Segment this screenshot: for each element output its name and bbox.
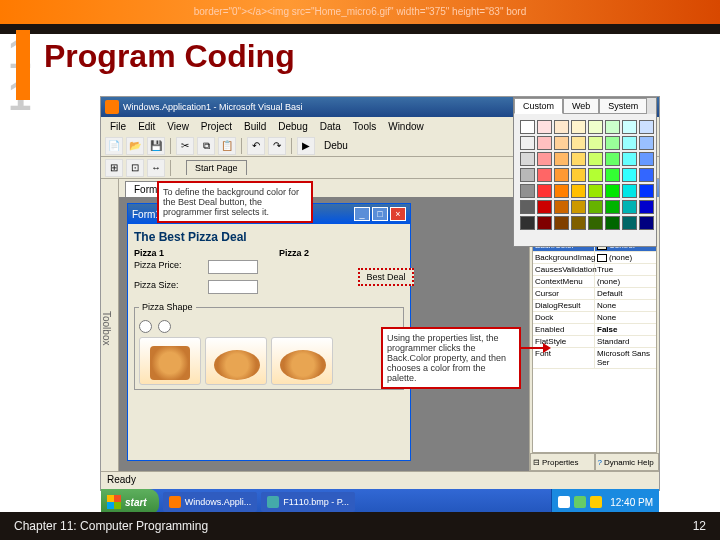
color-swatch[interactable]: [571, 216, 586, 230]
color-swatch[interactable]: [554, 184, 569, 198]
color-swatch[interactable]: [588, 184, 603, 198]
color-swatch[interactable]: [554, 152, 569, 166]
menu-build[interactable]: Build: [239, 120, 271, 133]
menu-data[interactable]: Data: [315, 120, 346, 133]
paste-button[interactable]: 📋: [218, 137, 236, 155]
open-button[interactable]: 📂: [126, 137, 144, 155]
color-swatch[interactable]: [588, 152, 603, 166]
color-swatch[interactable]: [639, 152, 654, 166]
color-swatch[interactable]: [605, 120, 620, 134]
menu-window[interactable]: Window: [383, 120, 429, 133]
color-swatch[interactable]: [588, 136, 603, 150]
property-row[interactable]: DockNone: [533, 312, 656, 324]
menu-file[interactable]: File: [105, 120, 131, 133]
color-swatch[interactable]: [639, 216, 654, 230]
best-deal-button[interactable]: Best Deal: [358, 268, 414, 286]
color-swatch[interactable]: [537, 200, 552, 214]
color-swatch[interactable]: [622, 200, 637, 214]
new-project-button[interactable]: 📄: [105, 137, 123, 155]
color-swatch[interactable]: [622, 168, 637, 182]
color-swatch[interactable]: [588, 168, 603, 182]
color-swatch[interactable]: [622, 184, 637, 198]
property-row[interactable]: ContextMenu(none): [533, 276, 656, 288]
color-swatch[interactable]: [537, 136, 552, 150]
color-swatch[interactable]: [622, 216, 637, 230]
color-swatch[interactable]: [605, 136, 620, 150]
color-swatch[interactable]: [605, 216, 620, 230]
color-swatch[interactable]: [520, 216, 535, 230]
price1-input[interactable]: [208, 260, 258, 274]
save-button[interactable]: 💾: [147, 137, 165, 155]
color-swatch[interactable]: [571, 136, 586, 150]
taskbar-item-paint[interactable]: F1110.bmp - P...: [261, 492, 355, 512]
color-tab-custom[interactable]: Custom: [514, 98, 563, 114]
align-button[interactable]: ⊞: [105, 159, 123, 177]
color-swatch[interactable]: [537, 168, 552, 182]
form-body[interactable]: The Best Pizza Deal Pizza 1 Pizza 2 Pizz…: [128, 224, 410, 460]
tray-icon-1[interactable]: [558, 496, 570, 508]
color-swatch[interactable]: [639, 168, 654, 182]
square-radio[interactable]: [158, 320, 171, 333]
color-swatch[interactable]: [639, 120, 654, 134]
start-page-tab[interactable]: Start Page: [186, 160, 247, 175]
round-radio[interactable]: [139, 320, 152, 333]
color-swatch[interactable]: [639, 136, 654, 150]
form-minimize-button[interactable]: _: [354, 207, 370, 221]
tray-icon-2[interactable]: [574, 496, 586, 508]
color-swatch[interactable]: [520, 200, 535, 214]
color-swatch[interactable]: [520, 152, 535, 166]
color-swatch[interactable]: [571, 152, 586, 166]
color-swatch[interactable]: [554, 200, 569, 214]
property-row[interactable]: FontMicrosoft Sans Ser: [533, 348, 656, 369]
color-swatch[interactable]: [605, 184, 620, 198]
undo-button[interactable]: ↶: [247, 137, 265, 155]
menu-view[interactable]: View: [162, 120, 194, 133]
color-swatch[interactable]: [605, 152, 620, 166]
color-swatch[interactable]: [520, 120, 535, 134]
menu-edit[interactable]: Edit: [133, 120, 160, 133]
color-swatch[interactable]: [639, 184, 654, 198]
property-row[interactable]: EnabledFalse: [533, 324, 656, 336]
color-swatch[interactable]: [520, 136, 535, 150]
menu-debug[interactable]: Debug: [273, 120, 312, 133]
form-maximize-button[interactable]: □: [372, 207, 388, 221]
color-swatch[interactable]: [605, 200, 620, 214]
color-swatch[interactable]: [537, 120, 552, 134]
properties-tab[interactable]: ⊟Properties: [530, 453, 595, 471]
color-swatch[interactable]: [588, 120, 603, 134]
color-swatch[interactable]: [639, 200, 654, 214]
toolbox-tab[interactable]: Toolbox: [101, 179, 119, 471]
color-tab-system[interactable]: System: [599, 98, 647, 114]
color-swatch[interactable]: [605, 168, 620, 182]
menu-tools[interactable]: Tools: [348, 120, 381, 133]
copy-button[interactable]: ⧉: [197, 137, 215, 155]
color-swatch[interactable]: [554, 168, 569, 182]
color-swatch[interactable]: [571, 184, 586, 198]
menu-project[interactable]: Project: [196, 120, 237, 133]
color-swatch[interactable]: [588, 200, 603, 214]
property-row[interactable]: DialogResultNone: [533, 300, 656, 312]
property-row[interactable]: BackgroundImag(none): [533, 252, 656, 264]
color-swatch[interactable]: [622, 120, 637, 134]
color-swatch[interactable]: [571, 168, 586, 182]
redo-button[interactable]: ↷: [268, 137, 286, 155]
property-row[interactable]: FlatStyleStandard: [533, 336, 656, 348]
color-swatch[interactable]: [588, 216, 603, 230]
spacing-button[interactable]: ↔: [147, 159, 165, 177]
cut-button[interactable]: ✂: [176, 137, 194, 155]
color-swatch[interactable]: [571, 200, 586, 214]
color-swatch[interactable]: [537, 216, 552, 230]
start-debug-button[interactable]: ▶: [297, 137, 315, 155]
grid-button[interactable]: ⊡: [126, 159, 144, 177]
color-swatch[interactable]: [554, 120, 569, 134]
property-row[interactable]: CursorDefault: [533, 288, 656, 300]
size1-input[interactable]: [208, 280, 258, 294]
dynamic-help-tab[interactable]: ?Dynamic Help: [595, 453, 660, 471]
color-swatch[interactable]: [622, 152, 637, 166]
color-tab-web[interactable]: Web: [563, 98, 599, 114]
color-swatch[interactable]: [520, 168, 535, 182]
color-swatch[interactable]: [554, 136, 569, 150]
tray-icon-3[interactable]: [590, 496, 602, 508]
form-close-button[interactable]: ×: [390, 207, 406, 221]
color-swatch[interactable]: [554, 216, 569, 230]
